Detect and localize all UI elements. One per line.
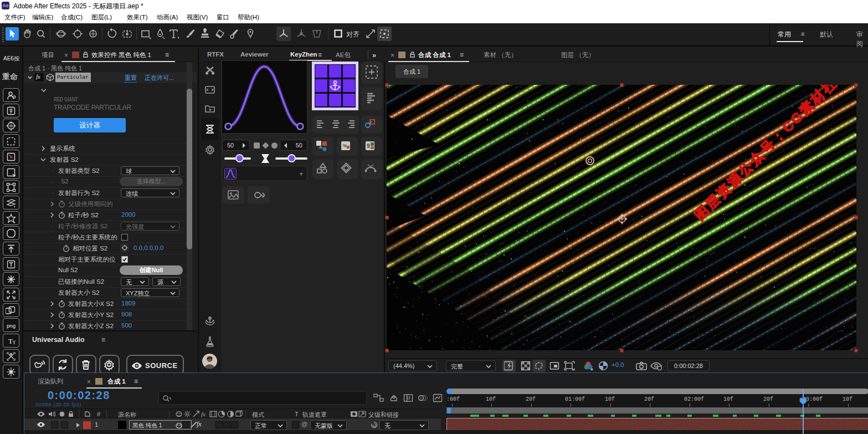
- svg-text:%: %: [343, 143, 347, 149]
- svg-text:fx: fx: [201, 411, 206, 417]
- svg-text:9: 9: [367, 143, 370, 149]
- svg-text:png: png: [7, 323, 16, 329]
- svg-text:T: T: [13, 340, 16, 345]
